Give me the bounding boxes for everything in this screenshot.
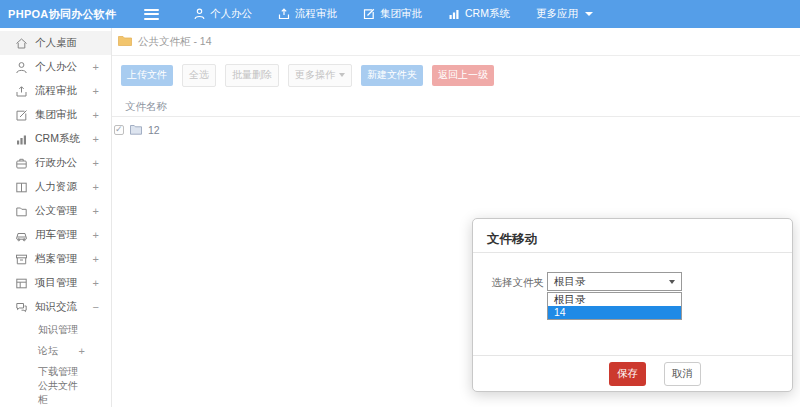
folder-select[interactable]: 根目录 bbox=[547, 272, 682, 291]
dialog-body: 选择文件夹 根目录 根目录 14 bbox=[473, 253, 792, 355]
topnav-label: 个人办公 bbox=[210, 7, 252, 21]
sidebar-item-personal-desktop[interactable]: 个人桌面 bbox=[0, 31, 111, 55]
select-all-button[interactable]: 全选 bbox=[182, 64, 216, 87]
new-folder-button[interactable]: 新建文件夹 bbox=[361, 65, 423, 86]
breadcrumb-text: 公共文件柜 - 14 bbox=[138, 35, 212, 49]
file-move-dialog: 文件移动 选择文件夹 根目录 根目录 14 保存 取消 bbox=[472, 218, 793, 392]
top-navigation: 个人办公 流程审批 集团审批 CRM系统 更多应用 bbox=[181, 0, 606, 28]
car-icon bbox=[15, 229, 28, 242]
breadcrumb: 公共文件柜 - 14 bbox=[112, 28, 800, 56]
chart-icon bbox=[15, 133, 28, 146]
sidebar-item-group-approval[interactable]: 集团审批 + bbox=[0, 103, 111, 127]
document-icon bbox=[15, 205, 28, 218]
dialog-header: 文件移动 bbox=[473, 219, 792, 253]
topnav-more-apps[interactable]: 更多应用 bbox=[523, 0, 606, 28]
cancel-button[interactable]: 取消 bbox=[664, 362, 701, 386]
batch-delete-button[interactable]: 批量删除 bbox=[225, 64, 279, 87]
chart-icon bbox=[448, 8, 460, 20]
file-folder-icon bbox=[130, 121, 142, 139]
table-header: 文件名称 bbox=[112, 96, 800, 117]
option-root-directory[interactable]: 根目录 bbox=[548, 293, 681, 306]
sidebar-item-workflow-approval[interactable]: 流程审批 + bbox=[0, 79, 111, 103]
go-back-button[interactable]: 返回上一级 bbox=[432, 65, 494, 86]
app-logo[interactable]: PHPOA协同办公软件 bbox=[0, 7, 136, 22]
sidebar-subitem-public-file-cabinet[interactable]: 公共文件柜 bbox=[0, 382, 111, 403]
folder-select-value: 根目录 bbox=[554, 275, 586, 289]
option-14[interactable]: 14 bbox=[548, 306, 681, 319]
topnav-label: CRM系统 bbox=[465, 7, 510, 21]
archive-icon bbox=[15, 253, 28, 266]
table-row[interactable]: 12 bbox=[112, 117, 800, 143]
topnav-label: 集团审批 bbox=[380, 7, 422, 21]
topnav-personal-office[interactable]: 个人办公 bbox=[181, 0, 265, 28]
topnav-workflow-approval[interactable]: 流程审批 bbox=[265, 0, 350, 28]
sidebar: 个人桌面 个人办公 + 流程审批 + 集团审批 + CRM系统 + 行政办公 + bbox=[0, 28, 112, 407]
folder-select-options: 根目录 14 bbox=[547, 292, 682, 320]
caret-down-icon bbox=[669, 280, 675, 284]
sidebar-item-vehicle-mgmt[interactable]: 用车管理 + bbox=[0, 223, 111, 247]
folder-icon bbox=[118, 35, 132, 48]
book-icon bbox=[15, 181, 28, 194]
file-name[interactable]: 12 bbox=[148, 124, 160, 136]
user-icon bbox=[15, 61, 28, 74]
toolbar: 上传文件 全选 批量删除 更多操作 新建文件夹 返回上一级 bbox=[112, 56, 800, 96]
sidebar-subitem-forum[interactable]: 论坛 + bbox=[0, 340, 111, 361]
more-actions-button[interactable]: 更多操作 bbox=[288, 64, 352, 87]
sidebar-subitem-knowledge-mgmt[interactable]: 知识管理 bbox=[0, 319, 111, 340]
chat-icon bbox=[15, 301, 28, 314]
sidebar-item-hr[interactable]: 人力资源 + bbox=[0, 175, 111, 199]
dialog-title: 文件移动 bbox=[487, 232, 537, 246]
sidebar-item-personal-office[interactable]: 个人办公 + bbox=[0, 55, 111, 79]
project-icon bbox=[15, 277, 28, 290]
topnav-group-approval[interactable]: 集团审批 bbox=[350, 0, 435, 28]
sidebar-item-admin-office[interactable]: 行政办公 + bbox=[0, 151, 111, 175]
sidebar-item-project-mgmt[interactable]: 项目管理 + bbox=[0, 271, 111, 295]
caret-down-icon bbox=[585, 12, 593, 16]
menu-toggle-icon[interactable] bbox=[144, 9, 159, 20]
row-checkbox[interactable] bbox=[114, 125, 124, 135]
sidebar-item-document-mgmt[interactable]: 公文管理 + bbox=[0, 199, 111, 223]
edit-icon bbox=[15, 109, 28, 122]
folder-select-label: 选择文件夹 bbox=[473, 276, 544, 290]
caret-down-icon bbox=[339, 73, 345, 77]
edit-icon bbox=[363, 8, 375, 20]
upload-file-button[interactable]: 上传文件 bbox=[121, 65, 173, 86]
topnav-crm[interactable]: CRM系统 bbox=[435, 0, 523, 28]
user-icon bbox=[194, 8, 205, 20]
topnav-label: 更多应用 bbox=[536, 7, 578, 21]
home-icon bbox=[15, 37, 28, 50]
upload-icon bbox=[278, 8, 290, 20]
topbar: PHPOA协同办公软件 个人办公 流程审批 集团审批 CRM系统 更多应用 bbox=[0, 0, 800, 28]
save-button[interactable]: 保存 bbox=[609, 362, 646, 386]
topnav-label: 流程审批 bbox=[295, 7, 337, 21]
briefcase-icon bbox=[15, 157, 28, 170]
sidebar-item-crm[interactable]: CRM系统 + bbox=[0, 127, 111, 151]
sidebar-item-knowledge-exchange[interactable]: 知识交流 − bbox=[0, 295, 111, 319]
upload-icon bbox=[15, 85, 28, 98]
dialog-footer: 保存 取消 bbox=[473, 355, 792, 392]
file-name-column-header: 文件名称 bbox=[125, 100, 167, 112]
sidebar-item-archive-mgmt[interactable]: 档案管理 + bbox=[0, 247, 111, 271]
